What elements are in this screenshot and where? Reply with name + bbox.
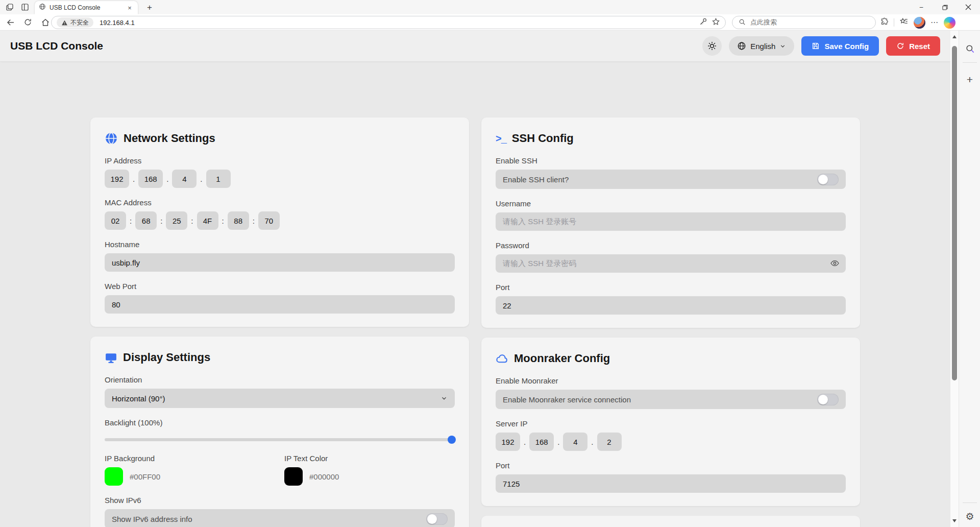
window-restore-button[interactable] [933,0,957,14]
page-scrollbar[interactable] [950,31,959,527]
reset-button[interactable]: Reset [886,36,940,56]
server-ip-inputs: 192 . 168 . 4 . 2 [496,433,846,451]
mac-octet-input[interactable]: 88 [228,211,249,230]
ssh-username-label: Username [496,199,846,208]
enable-ssh-toggle[interactable] [817,174,839,185]
ssh-username-input[interactable]: 请输入 SSH 登录账号 [496,212,846,231]
refresh-icon[interactable] [23,18,33,27]
save-icon [812,42,820,50]
theme-toggle-button[interactable] [702,36,722,56]
url-text[interactable]: 192.168.4.1 [100,19,699,27]
mac-octet-input[interactable]: 25 [166,211,187,230]
sun-icon [707,41,717,51]
hostname-label: Hostname [105,240,455,249]
back-icon[interactable] [6,18,15,27]
save-config-button[interactable]: Save Config [801,36,879,56]
display-settings-card: Display Settings Orientation Horizontal … [90,337,469,527]
moonraker-config-card: Moonraker Config Enable Moonraker Enable… [481,338,860,506]
ip-text-color-hex: #000000 [309,472,339,481]
ip-octet-input[interactable]: 192 [105,170,129,188]
divider [963,502,977,503]
tab-favicon-globe-icon [39,3,46,12]
sidebar-search-icon[interactable] [959,44,980,54]
moonraker-port-input[interactable]: 7125 [496,474,846,493]
cloud-icon [496,352,508,365]
scroll-up-arrow[interactable] [952,35,957,38]
backlight-label: Backlight (100%) [105,418,455,427]
window-close-button[interactable] [957,0,980,14]
search-icon [739,18,746,27]
ip-address-label: IP Address [105,156,455,165]
mac-address-label: MAC Address [105,198,455,207]
page-viewport: USB LCD Console English Save Config Rese… [0,31,950,527]
favorite-star-icon[interactable] [712,17,720,28]
ssh-password-label: Password [496,241,846,250]
server-ip-octet-input[interactable]: 192 [496,433,520,451]
card-title: Moonraker Config [514,352,610,365]
enable-ssh-row: Enable SSH client? [496,170,846,189]
enable-moonraker-label: Enable Moonraker [496,376,846,386]
mac-octet-input[interactable]: 4F [197,211,218,230]
ip-text-color-picker[interactable] [284,467,303,486]
ssh-port-input[interactable]: 22 [496,296,846,315]
ip-octet-input[interactable]: 168 [138,170,163,188]
sidebar-add-icon[interactable]: + [959,74,980,86]
ip-octet-input[interactable]: 1 [206,170,231,188]
extensions-icon[interactable] [880,17,889,28]
home-icon[interactable] [41,18,50,27]
mac-octet-input[interactable]: 70 [258,211,280,230]
show-ipv6-toggle[interactable] [426,513,448,525]
ssh-port-label: Port [496,283,846,292]
language-selector[interactable]: English [729,36,794,56]
security-badge[interactable]: 不安全 [57,17,93,28]
orientation-select[interactable]: Horizontal (90°) [105,389,455,408]
password-key-icon[interactable] [699,17,707,28]
mac-octet-input[interactable]: 02 [105,211,126,230]
favorites-hub-icon[interactable] [899,17,909,28]
address-bar[interactable]: 不安全 192.168.4.1 [51,16,726,29]
enable-moonraker-row: Enable Moonraker service connection [496,390,846,409]
copilot-icon[interactable] [944,17,955,29]
settings-more-icon[interactable]: ⋯ [930,18,939,27]
browser-titlebar: USB LCD Console × + – [0,0,980,14]
card-title: SSH Config [512,132,574,145]
server-ip-octet-input[interactable]: 4 [563,433,587,451]
profile-avatar[interactable] [914,17,925,29]
enable-ssh-label: Enable SSH [496,156,846,165]
show-password-eye-icon[interactable] [830,258,840,270]
slider-thumb[interactable] [448,436,456,444]
ip-background-color-picker[interactable] [105,467,123,486]
tab-close-icon[interactable]: × [126,4,134,12]
search-box[interactable]: 点此搜索 [732,16,876,29]
tab-title: USB LCD Console [50,4,122,11]
ssh-password-input[interactable]: 请输入 SSH 登录密码 [496,254,846,273]
card-title: Network Settings [124,132,215,145]
ip-background-hex: #00FF00 [130,472,160,481]
mac-octet-input[interactable]: 68 [135,211,157,230]
warning-icon [61,19,68,26]
sidebar-settings-gear-icon[interactable]: ⚙ [959,511,980,522]
web-port-input[interactable]: 80 [105,295,455,314]
divider [894,18,894,27]
browser-tab[interactable]: USB LCD Console × [35,1,138,14]
ip-text-color-label: IP Text Color [284,454,455,463]
card-title: Display Settings [123,351,210,364]
window-minimize-button[interactable]: – [910,0,933,14]
server-ip-octet-input[interactable]: 2 [597,433,622,451]
new-tab-button[interactable]: + [144,2,155,13]
tab-actions-icon[interactable] [5,3,14,12]
monitor-icon [105,351,117,364]
network-globe-icon [105,132,118,145]
ssh-config-card: >_ SSH Config Enable SSH Enable SSH clie… [481,117,860,328]
ip-octet-input[interactable]: 4 [172,170,197,188]
server-ip-label: Server IP [496,419,846,428]
server-ip-octet-input[interactable]: 168 [529,433,554,451]
backlight-slider[interactable] [105,436,455,444]
hostname-input[interactable]: usbip.fly [105,253,455,272]
divider [963,62,977,63]
enable-moonraker-toggle[interactable] [817,394,839,405]
moonraker-port-label: Port [496,461,846,470]
scrollbar-thumb[interactable] [952,46,957,380]
vertical-tabs-icon[interactable] [20,3,30,12]
scroll-down-arrow[interactable] [952,519,957,522]
